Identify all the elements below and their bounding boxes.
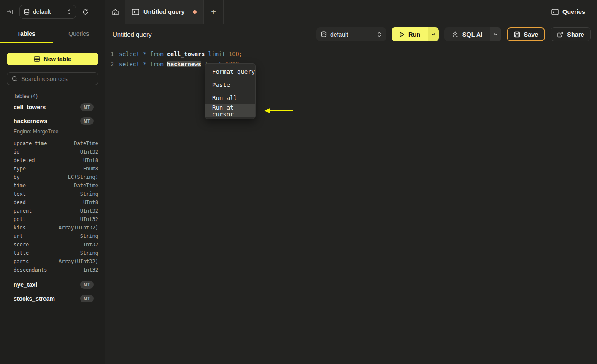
query-title: Untitled query: [113, 31, 152, 38]
chevron-down-icon: [431, 33, 435, 36]
line-number: 2: [105, 59, 119, 69]
collapse-sidebar-button[interactable]: [0, 9, 19, 15]
column-type: UInt32: [80, 208, 98, 214]
column-type: String: [80, 191, 98, 197]
column-type: Array(UInt32): [59, 225, 98, 231]
refresh-button[interactable]: [76, 8, 95, 16]
tab-strip: Untitled query +: [105, 0, 224, 24]
menu-item-run-at-cursor[interactable]: Run at cursor: [205, 104, 255, 117]
tables-section-label: Tables (4): [14, 93, 38, 99]
line-number: 1: [105, 49, 119, 59]
column-name: score: [14, 242, 29, 248]
context-menu: Format query Paste Run all Run at cursor: [205, 63, 256, 119]
column-list: update_timeDateTime idUInt32 deletedUInt…: [14, 139, 98, 274]
database-icon: [321, 31, 327, 38]
column-type: String: [80, 250, 98, 256]
new-tab-button[interactable]: +: [204, 0, 224, 24]
table-row-nyc-taxi[interactable]: nyc_taxi MT: [14, 280, 94, 289]
run-options-caret[interactable]: [428, 27, 439, 41]
sidebar-tab-tables-label: Tables: [17, 30, 35, 37]
run-button-label: Run: [408, 31, 420, 38]
column-name: type: [14, 166, 26, 172]
refresh-icon: [82, 8, 89, 16]
table-row-hackernews[interactable]: hackernews MT: [14, 116, 94, 126]
terminal-icon: [132, 9, 139, 15]
menu-item-label: Run all: [212, 94, 237, 101]
column-row: timeDateTime: [14, 181, 98, 190]
column-type: LC(String): [68, 174, 98, 180]
code-line-1[interactable]: 1 select * from cell_towers limit 100;: [105, 49, 243, 59]
sql-editor[interactable]: 1 select * from cell_towers limit 100; 2…: [105, 45, 597, 364]
column-row: deletedUInt8: [14, 156, 98, 164]
tab-untitled-query[interactable]: Untitled query: [125, 0, 204, 24]
play-icon: [399, 32, 405, 38]
column-type: UInt32: [80, 216, 98, 222]
menu-item-format-query[interactable]: Format query: [205, 65, 255, 78]
home-button[interactable]: [105, 0, 125, 24]
column-row: pollUInt32: [14, 215, 98, 224]
sidebar: Tables Queries New table Tables (4) cell…: [0, 24, 105, 364]
column-row: textString: [14, 190, 98, 198]
column-name: text: [14, 191, 26, 197]
table-row-stocks-stream[interactable]: stocks_stream MT: [14, 294, 94, 303]
column-type: DateTime: [74, 183, 98, 189]
new-table-button[interactable]: New table: [7, 53, 98, 65]
toolbar-database-selector[interactable]: default: [316, 27, 386, 41]
column-name: poll: [14, 216, 26, 222]
table-grid-icon: [34, 56, 40, 62]
sidebar-tab-queries-label: Queries: [68, 30, 89, 37]
sidebar-tab-tables[interactable]: Tables: [0, 24, 53, 43]
column-row: parentUInt32: [14, 207, 98, 215]
topbar: default Untitled quer: [0, 0, 597, 24]
new-table-label: New table: [43, 56, 71, 62]
share-button[interactable]: Share: [551, 27, 591, 41]
column-row: update_timeDateTime: [14, 139, 98, 148]
column-type: Int32: [83, 242, 98, 248]
column-row: byLC(String): [14, 173, 98, 181]
column-type: Int32: [83, 267, 98, 273]
column-name: title: [14, 250, 29, 256]
column-name: deleted: [14, 157, 35, 163]
column-type: UInt8: [83, 157, 98, 163]
code-text: select * from cell_towers limit 100;: [119, 49, 243, 59]
menu-item-label: Run at cursor: [212, 104, 255, 118]
menu-item-run-all[interactable]: Run all: [205, 91, 255, 104]
column-name: update_time: [14, 140, 47, 146]
column-name: by: [14, 174, 19, 180]
database-selector[interactable]: default: [19, 5, 76, 19]
save-button[interactable]: Save: [507, 27, 545, 41]
sql-ai-button[interactable]: SQL AI: [444, 27, 501, 41]
home-icon: [112, 8, 119, 16]
column-row: descendantsInt32: [14, 266, 98, 274]
engine-badge: MT: [80, 117, 94, 125]
database-icon: [24, 9, 30, 15]
search-icon: [12, 76, 18, 82]
column-type: String: [80, 233, 98, 239]
sidebar-tabs: Tables Queries: [0, 24, 105, 43]
column-type: UInt8: [83, 200, 98, 205]
share-button-label: Share: [567, 31, 584, 38]
menu-item-paste[interactable]: Paste: [205, 78, 255, 91]
queries-button[interactable]: Queries: [551, 0, 585, 24]
collapse-sidebar-icon: [6, 9, 14, 15]
sidebar-tab-queries[interactable]: Queries: [53, 24, 105, 43]
column-row: titleString: [14, 249, 98, 257]
database-selector-value: default: [33, 8, 64, 15]
sql-ai-button-main[interactable]: SQL AI: [444, 27, 490, 41]
run-button[interactable]: Run: [392, 27, 439, 41]
table-row-cell-towers[interactable]: cell_towers MT: [14, 102, 94, 112]
chevron-down-icon: [494, 33, 498, 36]
tab-title: Untitled query: [143, 8, 184, 15]
search-input[interactable]: [21, 75, 93, 82]
column-name: url: [14, 233, 23, 239]
table-name: hackernews: [14, 118, 47, 124]
search-box[interactable]: [7, 72, 98, 85]
sql-ai-caret[interactable]: [490, 27, 501, 41]
run-button-main[interactable]: Run: [392, 27, 428, 41]
column-row: idUInt32: [14, 148, 98, 156]
toolbar-database-value: default: [330, 31, 373, 38]
column-name: parent: [14, 208, 32, 214]
column-row: typeEnum8: [14, 164, 98, 173]
topbar-left: default: [0, 0, 105, 24]
table-name: nyc_taxi: [14, 281, 37, 288]
